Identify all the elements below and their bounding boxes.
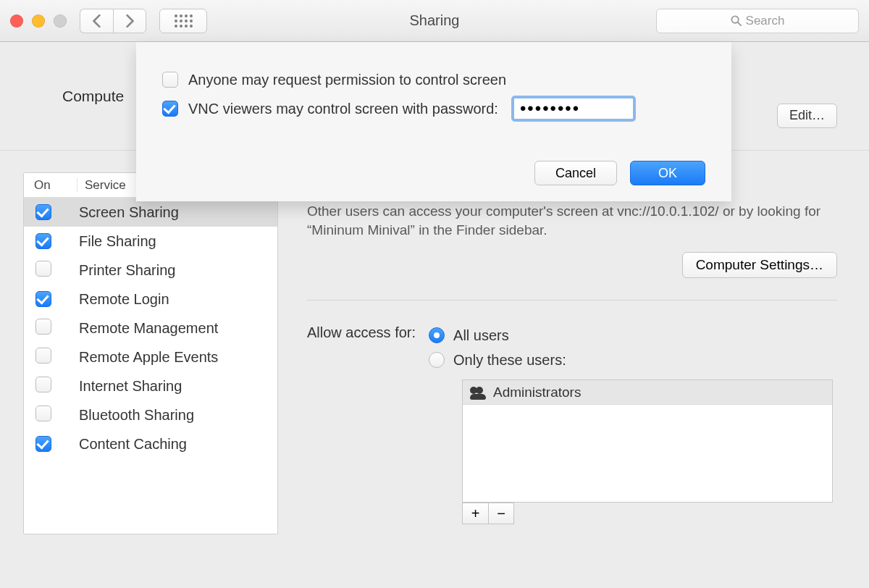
svg-line-1 [737,22,740,25]
anyone-permission-label: Anyone may request permission to control… [188,72,506,88]
checkbox-icon [35,406,51,421]
vnc-password-label: VNC viewers may control screen with pass… [188,101,498,117]
service-label: Remote Login [79,291,169,308]
checkbox-icon [35,436,51,452]
service-label: Remote Management [79,320,218,337]
checkbox-icon [162,101,178,117]
services-table: On Service Screen SharingFile SharingPri… [23,172,278,534]
vnc-password-row[interactable]: VNC viewers may control screen with pass… [162,94,705,123]
service-row[interactable]: Remote Apple Events [24,343,277,371]
nav-back-forward [80,9,146,33]
ok-button[interactable]: OK [630,161,705,185]
service-row[interactable]: Bluetooth Sharing [24,400,277,429]
service-row[interactable]: File Sharing [24,227,277,256]
allow-access-radios: All users Only these users: [429,323,566,372]
checkbox-icon [35,291,51,307]
radio-icon [429,352,445,368]
search-field[interactable]: Search [656,9,859,33]
users-icon [470,387,486,398]
col-service: Service [77,178,126,193]
radio-all-users-label: All users [453,327,509,344]
service-label: Internet Sharing [79,378,182,395]
status-description: Other users can access your computer's s… [307,202,828,239]
service-label: Remote Apple Events [79,349,218,366]
add-user-button[interactable]: + [462,503,488,524]
col-on: On [24,178,77,193]
search-icon [731,15,742,26]
service-detail: Screen Sharing: On Other users can acces… [307,172,846,566]
service-row[interactable]: Internet Sharing [24,371,277,400]
service-row[interactable]: Remote Management [24,314,277,343]
computer-name-label: Compute [62,88,124,105]
computer-settings-sheet: Anyone may request permission to control… [136,42,731,201]
service-label: File Sharing [79,233,156,250]
service-label: Printer Sharing [79,262,175,279]
service-label: Content Caching [79,436,187,453]
anyone-permission-row[interactable]: Anyone may request permission to control… [162,65,705,94]
checkbox-icon [35,204,51,220]
service-row[interactable]: Printer Sharing [24,256,277,285]
minimize-window-icon[interactable] [32,14,45,28]
checkbox-icon [35,348,51,364]
service-label: Bluetooth Sharing [79,407,194,424]
remove-user-button[interactable]: − [488,503,514,524]
close-window-icon[interactable] [10,14,23,28]
service-row[interactable]: Screen Sharing [24,198,277,227]
checkbox-icon [35,233,51,249]
cancel-button[interactable]: Cancel [534,161,617,185]
titlebar: Sharing Search [0,0,869,42]
radio-icon [429,327,445,343]
service-row[interactable]: Content Caching [24,429,277,458]
allow-access-label: Allow access for: [307,323,416,372]
allow-access-row: Allow access for: All users Only these u… [307,323,566,372]
radio-only-users[interactable]: Only these users: [429,348,566,372]
radio-all-users[interactable]: All users [429,323,566,348]
user-name: Administrators [493,385,581,400]
body: On Service Screen SharingFile SharingPri… [0,151,869,588]
vnc-password-field-wrap [511,96,636,122]
computer-settings-button[interactable]: Computer Settings… [682,252,837,278]
radio-only-users-label: Only these users: [453,352,566,369]
sheet-buttons: Cancel OK [534,161,705,185]
checkbox-icon [35,319,51,335]
user-row[interactable]: Administrators [463,380,832,405]
service-label: Screen Sharing [79,204,179,221]
window-controls [10,14,67,28]
show-all-prefs-button[interactable] [159,9,207,33]
back-button[interactable] [80,9,113,33]
grid-icon [175,14,193,28]
forward-button[interactable] [113,9,146,33]
users-list[interactable]: Administrators [462,379,833,503]
user-add-remove: + − [462,503,514,524]
vnc-password-input[interactable] [520,98,627,119]
edit-computer-name-button[interactable]: Edit… [777,104,837,128]
checkbox-icon [35,377,51,392]
services-list: Screen SharingFile SharingPrinter Sharin… [24,198,277,534]
divider [307,300,837,301]
checkbox-icon [35,261,51,277]
checkbox-icon [162,72,178,88]
search-placeholder: Search [746,14,785,28]
service-row[interactable]: Remote Login [24,285,277,314]
zoom-window-icon[interactable] [54,14,67,28]
